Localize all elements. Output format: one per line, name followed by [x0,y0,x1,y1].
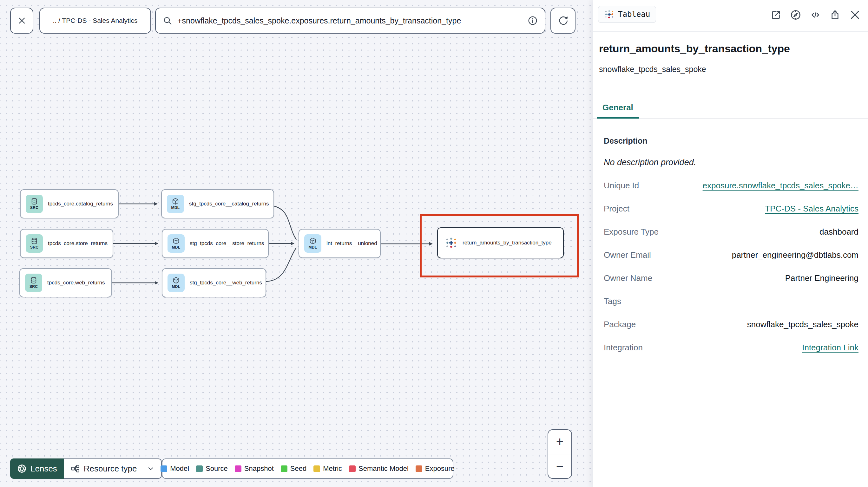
field-row-owner-email: Owner Email partner_engineering@dbtlabs.… [604,250,859,260]
zoom-controls: + − [548,429,572,479]
explore-lineage-button[interactable] [790,9,801,21]
close-panel-button[interactable] [849,9,861,21]
legend-item: Source [196,464,228,473]
badge-label: MDL [171,205,180,210]
zoom-in-button[interactable]: + [548,430,571,454]
legend-swatch-metric [313,465,320,472]
unique-id-link[interactable]: exposure.snowflake_tpcds_sales_spoke… [703,181,859,191]
search-icon [163,16,172,25]
cube-icon [173,237,180,245]
dbt-explorer-lineage-page: SRC tpcds_core.catalog_returns MDL stg_t… [0,0,868,487]
field-row-owner-name: Owner Name Partner Engineering [604,273,859,283]
field-row-integration: Integration Integration Link [604,343,859,352]
share-button[interactable] [829,9,841,21]
model-badge: MDL [167,195,184,213]
integration-link[interactable]: Integration Link [802,343,859,353]
lenses-bar: Lenses Resource type [10,458,162,479]
field-label: Unique Id [604,181,639,191]
close-lineage-button[interactable] [10,8,33,34]
tableau-icon [445,236,458,249]
resource-type-dropdown[interactable]: Resource type [64,458,162,479]
node-label: tpcds_core.store_returns [48,240,107,247]
info-icon[interactable] [528,15,538,26]
legend-swatch-seed [281,465,287,472]
node-label: int_returns__unioned [327,240,377,247]
node-label: return_amounts_by_transaction_type [463,240,552,246]
field-row-unique-id: Unique Id exposure.snowflake_tpcds_sales… [604,181,859,190]
general-tab-content: Description No description provided. Uni… [604,128,859,366]
model-badge: MDL [304,234,321,253]
field-label: Tags [604,296,621,306]
field-row-tags: Tags [604,296,859,306]
badge-label: MDL [172,284,181,289]
chevron-down-icon [147,464,155,473]
graph-node-stg-store-returns[interactable]: MDL stg_tpcds_core__store_returns [162,229,269,258]
cube-icon [172,198,179,205]
source-badge: SRC [26,195,43,213]
aperture-icon [17,464,27,474]
source-badge: SRC [25,273,42,292]
badge-label: SRC [30,245,38,250]
lineage-canvas[interactable]: SRC tpcds_core.catalog_returns MDL stg_t… [0,0,593,487]
legend-item: Snapshot [235,464,274,473]
source-badge: SRC [26,234,43,253]
package-subtitle: snowflake_tpcds_sales_spoke [599,65,706,74]
node-details-panel: Tableau return_amounts_by_transaction_ty… [593,0,868,487]
lineage-search-bar[interactable] [155,8,545,34]
legend-item: Seed [281,464,307,473]
field-value: Partner Engineering [785,273,859,283]
badge-label: SRC [30,284,38,289]
legend-swatch-model [160,465,167,472]
open-external-button[interactable] [770,9,782,21]
legend-swatch-snapshot [235,465,241,472]
lenses-button[interactable]: Lenses [10,458,64,479]
graph-node-int-returns-unioned[interactable]: MDL int_returns__unioned [299,229,381,258]
graph-node-source-store-returns[interactable]: SRC tpcds_core.store_returns [20,229,113,258]
badge-label: SRC [30,205,38,210]
close-icon [849,9,861,21]
model-badge: MDL [167,273,185,292]
legend-swatch-exposure [415,465,422,472]
tab-general[interactable]: General [597,98,639,119]
search-input[interactable] [177,16,523,26]
node-label: stg_tpcds_core__catalog_returns [189,201,269,207]
hierarchy-icon [70,464,80,474]
graph-node-stg-web-returns[interactable]: MDL stg_tpcds_core__web_returns [162,268,266,297]
divider [593,31,868,32]
legend-item: Semantic Model [349,464,409,473]
cube-icon [309,237,316,245]
database-icon [31,198,38,205]
refresh-lineage-button[interactable] [551,8,576,34]
close-icon [17,16,27,25]
field-row-project: Project TPC-DS - Sales Analytics [604,204,859,214]
badge-label: MDL [172,245,181,250]
resource-type-label: Resource type [84,464,137,474]
tableau-icon [604,9,614,19]
cube-icon [173,277,180,284]
view-code-button[interactable] [810,9,821,21]
field-label: Owner Name [604,273,652,283]
resource-type-legend: Model Source Snapshot Seed Metric Semant… [162,458,453,479]
share-icon [829,9,841,21]
project-link[interactable]: TPC-DS - Sales Analytics [765,204,859,214]
model-badge: MDL [167,234,185,253]
field-value: snowflake_tpcds_sales_spoke [747,320,859,329]
breadcrumb-label: .. / TPC-DS - Sales Analytics [53,17,138,24]
field-label: Owner Email [604,250,651,260]
graph-node-source-catalog-returns[interactable]: SRC tpcds_core.catalog_returns [20,189,119,219]
graph-node-stg-catalog-returns[interactable]: MDL stg_tpcds_core__catalog_returns [161,189,274,219]
field-value: partner_engineering@dbtlabs.com [732,250,859,260]
graph-node-exposure-selected[interactable]: return_amounts_by_transaction_type [437,227,564,258]
breadcrumb[interactable]: .. / TPC-DS - Sales Analytics [39,8,151,34]
page-title: return_amounts_by_transaction_type [599,42,790,55]
node-label: stg_tpcds_core__web_returns [190,280,262,286]
refresh-icon [558,15,568,26]
field-label: Integration [604,343,643,353]
legend-item: Exposure [415,464,455,473]
legend-item: Metric [313,464,342,473]
zoom-out-button[interactable]: − [548,454,571,478]
database-icon [31,237,38,245]
graph-node-source-web-returns[interactable]: SRC tpcds_core.web_returns [19,268,112,297]
node-label: tpcds_core.web_returns [47,280,105,286]
code-icon [810,9,821,21]
